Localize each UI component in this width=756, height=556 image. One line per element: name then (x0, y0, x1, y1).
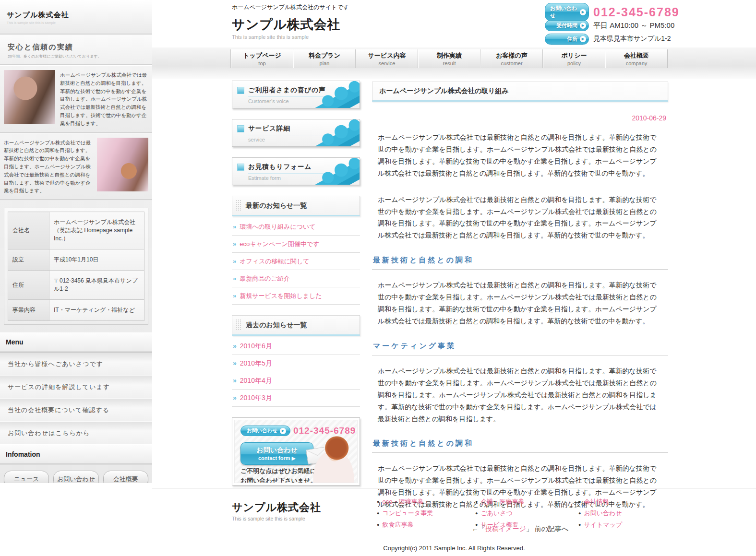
list-item: ●コンピュータ事業 (377, 509, 433, 518)
blossom-photo (97, 138, 148, 191)
double-arrow-icon: » (233, 223, 236, 230)
section-heading: 最新技術と自然との調和 (372, 439, 668, 453)
footer-link[interactable]: お問い合わせ (584, 509, 622, 517)
site-logo[interactable]: サンプル株式会社 This is sample site this is sam… (232, 16, 341, 40)
ribbon-icon (306, 119, 360, 147)
news-link[interactable]: 環境への取り組みについて (240, 223, 315, 230)
double-arrow-icon: » (233, 275, 236, 282)
footer-link[interactable]: サイトマップ (584, 521, 622, 528)
address-pill-button[interactable]: 住所▶ (545, 34, 589, 45)
past-news-list: »2010年6月 »2010年5月 »2010年4月 »2010年3月 (232, 338, 360, 407)
list-item: »環境への取り組みについて (232, 218, 360, 236)
footer-link[interactable]: サービス概要 (480, 521, 518, 528)
bullet-icon: ● (578, 522, 581, 527)
article-paragraph: ホームページサンプル株式会社では最新技術と自然との調和を目指します。革新的な技術… (372, 131, 668, 179)
double-arrow-icon: » (233, 342, 237, 350)
ribbon-icon (306, 157, 360, 185)
portrait-photo (4, 70, 55, 124)
bullet-icon: ● (377, 511, 379, 516)
article-paragraph: ホームページサンプル株式会社では最新技術と自然との調和を目指します。革新的な技術… (372, 365, 668, 425)
archive-link[interactable]: 2010年4月 (240, 377, 272, 384)
estimate-form-banner[interactable]: お見積もりフォーム Estimate form (232, 157, 360, 185)
sidebar-item-service-detail[interactable]: サービスの詳細を解説しています (0, 376, 152, 399)
bullet-icon: ● (578, 499, 581, 504)
footer: サンプル株式会社 This is sample site this is sam… (152, 488, 756, 556)
double-arrow-icon: » (233, 292, 236, 299)
nav-tab-result[interactable]: 制作実績 result (418, 49, 480, 68)
service-detail-banner[interactable]: サービス詳細 service (232, 119, 360, 147)
footer-link[interactable]: コンピュータ事業 (382, 509, 433, 517)
news-link[interactable]: 新規サービスを開始しました (240, 292, 322, 299)
double-arrow-icon: » (233, 258, 236, 265)
news-button[interactable]: ニュース (4, 471, 49, 483)
sidebar: サンプル株式会社 This is sample site this is sam… (0, 0, 152, 483)
contact-phone-row: お問い合わせ▶ 012-345-6789 (545, 6, 756, 18)
bullet-icon: ● (475, 522, 478, 527)
business-hours: 平日 AM10:00 ～ PM5:00 (593, 21, 674, 30)
latest-news-list: »環境への取り組みについて »ecoキャンペーン開催中です »オフィスの移転に関… (232, 218, 360, 305)
site-logo-subtitle: This is sample site this is sample (232, 34, 341, 40)
archive-link[interactable]: 2010年6月 (240, 342, 272, 350)
contact-pill-button[interactable]: お問い合わせ▶ (545, 3, 589, 21)
list-item: »新規サービスを開始しました (232, 287, 360, 305)
table-row: 住所 〒012-3456 見本県見本市サンプル1-2 (8, 271, 144, 300)
bullet-icon: ● (475, 499, 478, 504)
sidebar-tagline-title: 安心と信頼の実績 (8, 43, 144, 52)
list-item: »最新商品のご紹介 (232, 270, 360, 287)
sidebar-logo-title: サンプル株式会社 (7, 11, 145, 20)
nav-tab-policy[interactable]: ポリシー policy (543, 49, 605, 68)
phone-number: 012-345-6789 (593, 5, 680, 19)
sidebar-logo-subtitle: This is sample site this is sample (7, 21, 145, 24)
article-paragraph: ホームページサンプル株式会社では最新技術と自然との調和を目指します。革新的な技術… (372, 194, 668, 242)
list-item: ●会社情報 (578, 497, 622, 506)
sidebar-item-contact[interactable]: お問い合わせはこちらから (0, 422, 152, 445)
section-heading: マーケティング事業 (372, 342, 668, 355)
bullet-icon: ● (377, 522, 379, 527)
table-row: 設立 平成10年1月10日 (8, 249, 144, 271)
news-link[interactable]: 最新商品のご紹介 (240, 275, 290, 282)
hours-pill-button[interactable]: 受付時間▶ (545, 20, 589, 31)
ribbon-icon (306, 81, 360, 108)
sidebar-tagline: 安心と信頼の実績 20年間、多くのお客様にご愛顧いただいております。 (0, 35, 152, 65)
contact-hours-row: 受付時間▶ 平日 AM10:00 ～ PM5:00 (545, 20, 756, 31)
operator-photo (302, 435, 356, 483)
archive-link[interactable]: 2010年3月 (240, 394, 272, 402)
contact-button[interactable]: お問い合わせ (53, 471, 98, 483)
nav-tab-plan[interactable]: 料金プラン plan (293, 49, 356, 68)
list-item: »2010年6月 (232, 338, 360, 355)
news-link[interactable]: ecoキャンペーン開催中です (240, 240, 319, 248)
bullet-icon: ● (377, 499, 379, 504)
company-button[interactable]: 会社概要 (103, 471, 148, 483)
nav-tab-customer[interactable]: お客様の声 customer (480, 49, 543, 68)
news-link[interactable]: オフィスの移転に関して (240, 258, 309, 265)
nav-tab-company[interactable]: 会社概要 company (605, 49, 668, 68)
contact-pill-button[interactable]: お問い合わせ▶ (240, 426, 290, 436)
archive-link[interactable]: 2010年5月 (240, 359, 272, 367)
list-item: »2010年3月 (232, 390, 360, 407)
table-row: 会社名 ホームページサンプル株式会社 （英語表記 Homepage sample… (8, 212, 144, 249)
established-value: 平成10年1月10日 (49, 249, 144, 271)
nav-tab-top[interactable]: トップページ top (231, 49, 293, 68)
footer-link[interactable]: 会社情報 (584, 498, 609, 505)
past-news-heading: 過去のお知らせ一覧 (232, 315, 360, 336)
nav-tab-service[interactable]: サービス内容 service (356, 49, 418, 68)
footer-link[interactable]: ごあいさつ (480, 509, 513, 517)
business-label: 事業内容 (8, 300, 49, 321)
information-heading: Infomation (0, 445, 152, 465)
list-item: »オフィスの移転に関して (232, 253, 360, 270)
company-name-label: 会社名 (8, 212, 49, 249)
sidebar-item-company-profile[interactable]: 当社の会社概要について確認する (0, 399, 152, 422)
contact-banner: お問い合わせ▶ 012-345-6789 お問い合わせ contact form… (232, 417, 360, 485)
address-value: 〒012-3456 見本県見本市サンプル1-2 (49, 271, 144, 300)
sidebar-intro-block-1: ホームページサンプル株式会社では最新技術と自然との調和を目指します。革新的な技術… (0, 65, 152, 133)
list-item: ●サービス概要 (475, 521, 524, 529)
footer-link[interactable]: 飲食店事業 (382, 521, 413, 528)
sidebar-item-greeting[interactable]: 当社から皆様へごあいさつです (0, 353, 152, 376)
footer-copyright: Copyright(c) 2011 Sample Inc. All Rights… (152, 544, 756, 552)
address-label: 住所 (8, 271, 49, 300)
footer-link[interactable]: eco・環境事業 (382, 498, 423, 505)
footer-links-column-3: ●会社情報 ●お問い合わせ ●サイトマップ (578, 497, 622, 532)
footer-link[interactable]: 介護・医療事業 (480, 498, 524, 505)
customer-voice-banner[interactable]: ご利用者さまの喜びの声 Customer’s voice (232, 81, 360, 108)
double-arrow-icon: » (233, 394, 237, 402)
